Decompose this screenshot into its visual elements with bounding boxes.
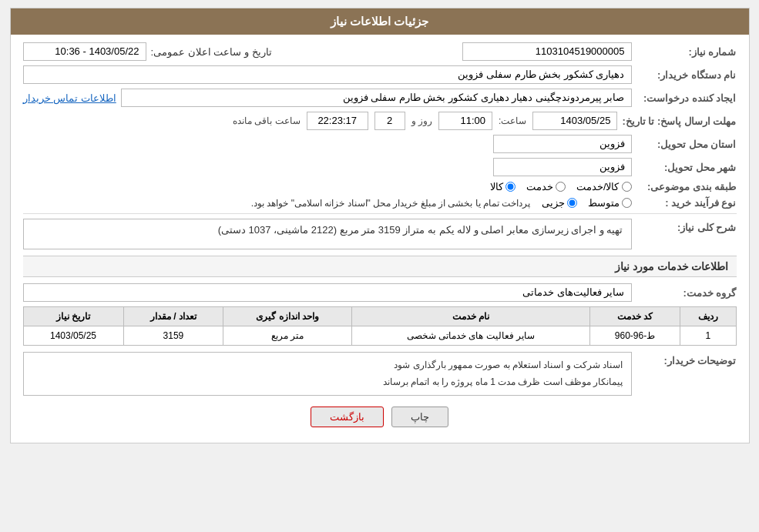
buyer-notes-line1: اسناد شرکت و اسناد استعلام به صورت ممهور… bbox=[32, 357, 623, 374]
buyer-notes-line2: پیمانکار موظف است ظرف مدت 1 ماه پروژه را… bbox=[32, 374, 623, 391]
buyer-org-row: نام دستگاه خریدار: دهیاری کشکور بخش طارم… bbox=[23, 65, 737, 84]
col-date: تاریخ نیاز bbox=[23, 307, 123, 326]
description-row: شرح کلی نیاز: تهیه و اجرای زیرسازی معابر… bbox=[23, 219, 737, 249]
category-row: طبقه بندی موضوعی: کالا/خدمت خدمت کالا bbox=[23, 181, 737, 192]
table-row: 1 ط-96-960 سایر فعالیت های خدماتی شخصی م… bbox=[23, 326, 736, 346]
description-section-label: شرح کلی نیاز: bbox=[636, 219, 737, 233]
cell-quantity: 3159 bbox=[123, 326, 223, 346]
process-option-jozi[interactable]: جزیی bbox=[542, 197, 577, 209]
buyer-notes-label: توضیحات خریدار: bbox=[636, 352, 737, 366]
col-row: ردیف bbox=[680, 307, 736, 326]
cell-code: ط-96-960 bbox=[589, 326, 680, 346]
services-table-header: ردیف کد خدمت نام خدمت واحد اندازه گیری ت… bbox=[23, 307, 736, 326]
city-value: فزوین bbox=[493, 158, 632, 176]
buyer-org-label: نام دستگاه خریدار: bbox=[636, 69, 737, 81]
main-container: جزئیات اطلاعات نیاز شماره نیاز: 11031045… bbox=[10, 8, 750, 443]
creator-row: ایجاد کننده درخواست: صابر پیرمردوندچگینی… bbox=[23, 89, 737, 107]
content-area: شماره نیاز: 1103104519000005 تاریخ و ساع… bbox=[11, 35, 749, 443]
deadline-days-value: 2 bbox=[374, 112, 405, 130]
creator-value: صابر پیرمردوندچگینی دهیار دهیاری کشکور ب… bbox=[121, 89, 632, 107]
deadline-fields: 1403/05/25 ساعت: 11:00 روز و 2 22:23:17 … bbox=[233, 112, 617, 130]
deadline-remaining-label: ساعت باقی مانده bbox=[233, 115, 301, 126]
deadline-time-value: 11:00 bbox=[438, 112, 492, 130]
col-code: کد خدمت bbox=[589, 307, 680, 326]
cell-date: 1403/05/25 bbox=[23, 326, 123, 346]
category-option-khedmat[interactable]: خدمت bbox=[526, 181, 566, 192]
province-row: استان محل تحویل: فزوین bbox=[23, 135, 737, 153]
creator-label: ایجاد کننده درخواست: bbox=[636, 92, 737, 104]
service-group-value: سایر فعالیت‌های خدماتی bbox=[23, 283, 632, 302]
need-number-label: شماره نیاز: bbox=[636, 46, 737, 58]
back-button[interactable]: بازگشت bbox=[311, 407, 384, 427]
cell-unit: متر مربع bbox=[223, 326, 351, 346]
col-unit: واحد اندازه گیری bbox=[223, 307, 351, 326]
col-quantity: تعداد / مقدار bbox=[123, 307, 223, 326]
category-option-kala-khedmat[interactable]: کالا/خدمت bbox=[576, 181, 632, 192]
page-title: جزئیات اطلاعات نیاز bbox=[331, 15, 428, 28]
deadline-date-value: 1403/05/25 bbox=[532, 112, 617, 130]
description-value: تهیه و اجرای زیرسازی معابر اصلی و لاله ی… bbox=[23, 219, 632, 249]
print-button[interactable]: چاپ bbox=[391, 407, 448, 427]
cell-row: 1 bbox=[680, 326, 736, 346]
announce-date-value: 1403/05/22 - 10:36 bbox=[23, 42, 146, 61]
separator-1 bbox=[23, 213, 737, 214]
buyer-notes-row: توضیحات خریدار: اسناد شرکت و اسناد استعل… bbox=[23, 352, 737, 396]
deadline-label: مهلت ارسال پاسخ: تا تاریخ: bbox=[622, 115, 736, 127]
deadline-days-label: روز و bbox=[411, 115, 432, 126]
col-name: نام خدمت bbox=[351, 307, 589, 326]
process-options-group: متوسط جزیی پرداخت تمام یا بخشی از مبلغ خ… bbox=[251, 197, 632, 209]
page-header: جزئیات اطلاعات نیاز bbox=[11, 8, 749, 35]
contact-link[interactable]: اطلاعات تماس خریدار bbox=[23, 92, 116, 104]
category-option-kala[interactable]: کالا bbox=[490, 181, 516, 192]
category-radio-group: کالا/خدمت خدمت کالا bbox=[490, 181, 632, 192]
category-label: طبقه بندی موضوعی: bbox=[636, 181, 737, 192]
process-row: نوع فرآیند خرید : متوسط جزیی پرداخت تمام… bbox=[23, 197, 737, 209]
deadline-time-label: ساعت: bbox=[499, 115, 526, 126]
city-label: شهر محل تحویل: bbox=[636, 162, 737, 173]
province-label: استان محل تحویل: bbox=[636, 139, 737, 150]
city-row: شهر محل تحویل: فزوین bbox=[23, 158, 737, 176]
services-section-title: اطلاعات خدمات مورد نیاز bbox=[23, 256, 737, 277]
cell-name: سایر فعالیت های خدماتی شخصی bbox=[351, 326, 589, 346]
process-note: پرداخت تمام یا بخشی از مبلغ خریدار محل "… bbox=[251, 198, 531, 209]
services-table: ردیف کد خدمت نام خدمت واحد اندازه گیری ت… bbox=[23, 306, 737, 346]
deadline-remaining-value: 22:23:17 bbox=[307, 112, 368, 130]
process-label: نوع فرآیند خرید : bbox=[636, 197, 737, 209]
buyer-notes-value: اسناد شرکت و اسناد استعلام به صورت ممهور… bbox=[23, 352, 632, 396]
buyer-org-value: دهیاری کشکور بخش طارم سفلی فزوین bbox=[23, 65, 632, 84]
need-number-value: 1103104519000005 bbox=[462, 42, 632, 61]
buttons-row: چاپ بازگشت bbox=[23, 407, 737, 427]
services-table-body: 1 ط-96-960 سایر فعالیت های خدماتی شخصی م… bbox=[23, 326, 736, 346]
announce-date-label: تاریخ و ساعت اعلان عمومی: bbox=[151, 46, 272, 58]
service-group-row: گروه خدمت: سایر فعالیت‌های خدماتی bbox=[23, 283, 737, 302]
need-number-row: شماره نیاز: 1103104519000005 تاریخ و ساع… bbox=[23, 42, 737, 61]
service-group-label: گروه خدمت: bbox=[636, 287, 737, 299]
deadline-row: مهلت ارسال پاسخ: تا تاریخ: 1403/05/25 سا… bbox=[23, 112, 737, 130]
province-value: فزوین bbox=[493, 135, 632, 153]
process-option-motavaset[interactable]: متوسط bbox=[588, 197, 632, 209]
